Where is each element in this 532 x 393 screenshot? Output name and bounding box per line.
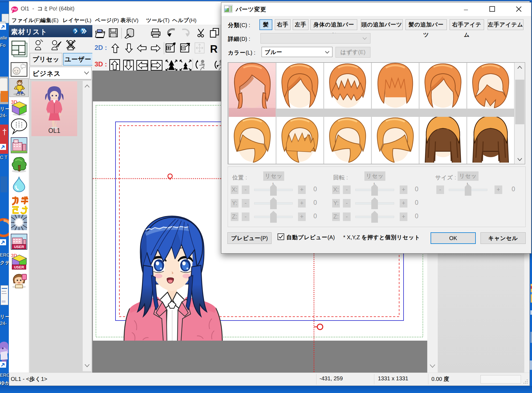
svg-text:3D :: 3D : (95, 60, 107, 68)
svg-text:USER: USER (14, 245, 24, 249)
svg-text:2D :: 2D : (95, 44, 107, 51)
svg-text:USER: USER (14, 265, 24, 269)
svg-text:R: R (210, 43, 217, 55)
svg-text:Po!: Po! (12, 7, 17, 11)
